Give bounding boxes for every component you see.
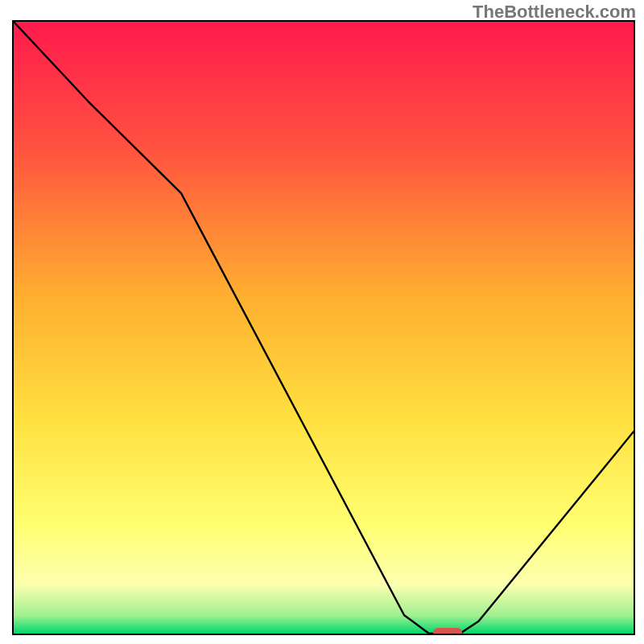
bottleneck-curve <box>14 22 634 634</box>
chart-area <box>12 20 635 635</box>
optimal-marker <box>433 628 462 634</box>
chart-overlay <box>14 22 634 634</box>
watermark-label: TheBottleneck.com <box>473 2 636 23</box>
